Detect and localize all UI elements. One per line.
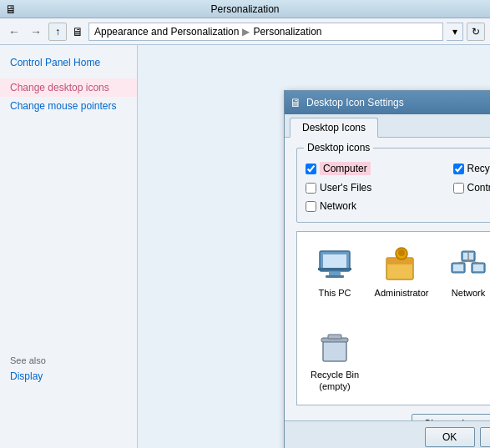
checkbox-users-files[interactable] — [306, 183, 316, 194]
this-pc-icon — [315, 244, 355, 284]
sidebar-change-mouse-pointers[interactable]: Change mouse pointers — [0, 97, 137, 115]
dialog-footer: OK Cancel Apply — [285, 420, 490, 448]
dialog-desktop-icon-settings: 🖥 Desktop Icon Settings ✕ Desktop Icons … — [284, 90, 490, 448]
checkbox-network[interactable] — [306, 201, 316, 212]
tab-bar: Desktop Icons — [285, 114, 490, 138]
checkbox-computer[interactable] — [306, 164, 316, 174]
dialog-body: Desktop icons Computer Recycle Bin — [285, 138, 490, 448]
main-content: 🖥 Desktop Icon Settings ✕ Desktop Icons … — [138, 45, 490, 448]
svg-rect-26 — [328, 335, 341, 339]
checkbox-control-panel-label[interactable]: Control Panel — [467, 182, 491, 194]
ok-button[interactable]: OK — [425, 427, 475, 447]
checkbox-recycle-bin-label[interactable]: Recycle Bin — [467, 163, 491, 174]
checkbox-grid: Computer Recycle Bin User's Files — [306, 155, 490, 215]
breadcrumb-current: Personalization — [253, 26, 321, 38]
checkbox-computer-row: Computer — [306, 162, 445, 175]
icon-recycle-bin-empty[interactable]: Recycle Bin(empty) — [306, 322, 364, 395]
dialog-title-left: 🖥 Desktop Icon Settings — [290, 96, 404, 109]
checkbox-users-files-row: User's Files — [306, 182, 445, 194]
svg-rect-24 — [323, 341, 346, 361]
icons-grid-container: This PC Administrator — [296, 231, 490, 405]
icons-grid: This PC Administrator — [306, 240, 490, 396]
breadcrumb-separator: ▶ — [242, 26, 250, 38]
dialog-title-bar: 🖥 Desktop Icon Settings ✕ — [285, 91, 490, 114]
title-bar-icon: 🖥 — [5, 3, 17, 16]
tab-desktop-icons[interactable]: Desktop Icons — [290, 118, 378, 138]
svg-rect-10 — [453, 264, 463, 271]
svg-rect-1 — [323, 254, 346, 269]
see-also-section: See also — [0, 349, 137, 367]
svg-point-8 — [398, 249, 405, 256]
desktop-icons-group: Desktop icons Computer Recycle Bin — [296, 148, 490, 223]
administrator-icon — [381, 244, 422, 284]
dialog-icon: 🖥 — [290, 96, 301, 109]
main-layout: Control Panel Home Change desktop icons … — [0, 45, 490, 448]
icon-administrator[interactable]: Administrator — [372, 240, 431, 314]
svg-rect-3 — [326, 275, 344, 278]
checkbox-control-panel[interactable] — [453, 183, 464, 194]
title-bar: 🖥 Personalization — [0, 0, 490, 18]
svg-line-16 — [468, 261, 478, 263]
sidebar: Control Panel Home Change desktop icons … — [0, 45, 138, 448]
icon-this-pc[interactable]: This PC — [306, 240, 364, 314]
administrator-label: Administrator — [375, 288, 429, 299]
this-pc-label: This PC — [318, 288, 351, 299]
title-bar-text: Personalization — [210, 3, 279, 15]
address-dropdown[interactable]: ▾ — [447, 23, 463, 41]
checkbox-recycle-bin-row: Recycle Bin — [453, 162, 491, 175]
forward-button[interactable]: → — [27, 23, 45, 41]
cancel-button[interactable]: Cancel — [480, 427, 490, 447]
breadcrumb: Appearance and Personalization ▶ Persona… — [88, 23, 443, 41]
network-icon — [448, 244, 488, 284]
checkbox-users-files-label[interactable]: User's Files — [320, 182, 371, 194]
network-label: Network — [452, 288, 485, 299]
see-also-label: See also — [10, 355, 127, 365]
checkbox-control-panel-row: Control Panel — [453, 182, 491, 194]
svg-rect-4 — [318, 268, 351, 270]
icon-network[interactable]: Network — [439, 240, 490, 314]
dialog-title: Desktop Icon Settings — [306, 97, 404, 108]
recycle-bin-empty-label: Recycle Bin(empty) — [311, 370, 359, 391]
checkbox-computer-label[interactable]: Computer — [320, 162, 371, 175]
group-legend: Desktop icons — [304, 142, 373, 154]
svg-line-15 — [458, 261, 468, 263]
svg-rect-12 — [473, 264, 483, 271]
address-icon: 🖥 — [72, 25, 83, 38]
back-button[interactable]: ← — [5, 23, 23, 41]
checkbox-recycle-bin[interactable] — [453, 164, 464, 174]
sidebar-control-panel-home[interactable]: Control Panel Home — [0, 53, 137, 72]
checkbox-network-row: Network — [306, 200, 445, 212]
breadcrumb-root: Appearance and Personalization — [94, 26, 239, 38]
recycle-bin-empty-icon — [315, 326, 355, 366]
sidebar-display[interactable]: Display — [0, 367, 137, 385]
svg-rect-2 — [329, 272, 341, 275]
address-bar: ← → ↑ 🖥 Appearance and Personalization ▶… — [0, 18, 490, 45]
checkbox-network-label[interactable]: Network — [320, 200, 356, 212]
up-button[interactable]: ↑ — [48, 23, 67, 41]
refresh-button[interactable]: ↻ — [467, 23, 485, 41]
sidebar-change-desktop-icons[interactable]: Change desktop icons — [0, 78, 137, 97]
